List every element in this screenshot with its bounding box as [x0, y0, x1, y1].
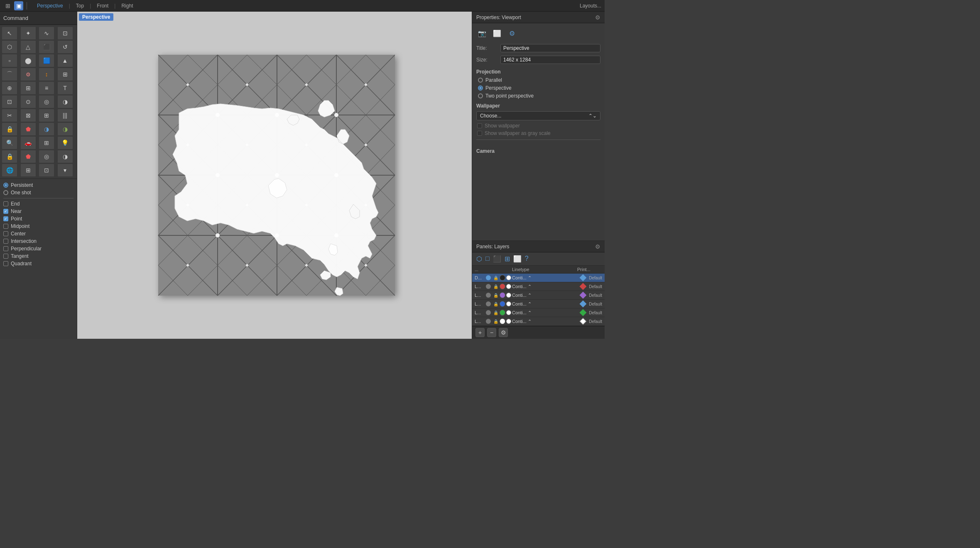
color-swatch-1[interactable]	[500, 284, 505, 289]
nurbs-tool[interactable]: △	[20, 40, 36, 54]
layer-row-2[interactable]: L... 🔒 Conti... ⌃ Default	[472, 291, 605, 300]
curve-analysis-tool[interactable]: ◎	[39, 95, 54, 108]
panels-gear-icon[interactable]: ⚙	[595, 243, 600, 250]
tab-right[interactable]: Right	[116, 2, 138, 10]
layer-row-3[interactable]: L... 🔒 Conti... ⌃ Default	[472, 300, 605, 308]
grid-tool[interactable]: ⊞	[20, 81, 36, 95]
cylinder-tool[interactable]: 🟦	[39, 54, 54, 67]
end-checkbox[interactable]	[3, 201, 8, 206]
objects-icon[interactable]: ⬛	[493, 255, 501, 263]
sphere-tool[interactable]: ⬤	[20, 54, 36, 67]
near-checkbox[interactable]	[3, 209, 8, 214]
display-icon[interactable]: ⬜	[513, 255, 522, 263]
color-swatch-5[interactable]	[500, 318, 505, 324]
lock-tool[interactable]: 🔒	[2, 122, 17, 136]
layer-row-5[interactable]: L... 🔒 Conti... ⌃ Default	[472, 317, 605, 326]
named-views-tool[interactable]: ⊡	[39, 164, 54, 177]
color-swatch-4[interactable]	[500, 310, 505, 316]
camera-props-icon[interactable]: 📷	[476, 27, 488, 39]
quadrant-checkbox[interactable]	[3, 261, 8, 266]
history-tool[interactable]: ⊞	[57, 68, 73, 81]
two-point-radio[interactable]	[478, 93, 483, 98]
layouts-button[interactable]: Layouts...	[580, 3, 601, 9]
display-props-icon[interactable]: ⬜	[491, 27, 503, 39]
material-tool[interactable]: ⬟	[20, 122, 36, 136]
title-value: Perspective	[500, 44, 600, 52]
layer-row-0[interactable]: D... 🔒 Conti... ⌃ Default	[472, 274, 605, 282]
select-tool[interactable]: ↖	[2, 27, 17, 40]
render2-tool[interactable]: ◑	[57, 95, 73, 108]
viewport[interactable]: Perspective	[77, 12, 472, 339]
color-swatch-3[interactable]	[500, 301, 505, 307]
tangent-checkbox[interactable]	[3, 254, 8, 259]
settings-gear-icon[interactable]: ⚙	[595, 14, 600, 21]
tab-front[interactable]: Front	[92, 2, 113, 10]
persistent-radio[interactable]	[3, 183, 8, 188]
worksession-tool[interactable]: ⊞	[20, 164, 36, 177]
patch-tool[interactable]: ⊠	[20, 109, 36, 122]
color-swatch-2[interactable]	[500, 292, 505, 298]
surface-tool[interactable]: ⬟	[20, 150, 36, 163]
show-wallpaper-checkbox[interactable]	[477, 123, 482, 128]
add-layer-button[interactable]: +	[475, 328, 485, 337]
perspective-radio[interactable]	[478, 86, 483, 91]
curve-tool[interactable]: ∿	[39, 27, 54, 40]
one-shot-radio[interactable]	[3, 190, 8, 195]
box-tool[interactable]: ▫	[2, 54, 17, 67]
layer-row-4[interactable]: L... 🔒 Conti... ⌃ Default	[472, 308, 605, 317]
cage-tool[interactable]: |||	[57, 109, 73, 122]
transform-tool[interactable]: ⊡	[57, 27, 73, 40]
expand-tool[interactable]: ▾	[57, 164, 73, 177]
layer-settings-button[interactable]: ⚙	[499, 328, 508, 337]
layers-icon[interactable]: ⬡	[476, 255, 482, 263]
show-wallpaper-gray-checkbox[interactable]	[477, 131, 482, 136]
layer-row-1[interactable]: L... 🔒 Conti... ⌃ Default	[472, 282, 605, 291]
color-swatch-0[interactable]	[500, 275, 505, 281]
perpendicular-checkbox[interactable]	[3, 246, 8, 251]
white-dot-0	[506, 275, 511, 280]
render-props-icon[interactable]: ⚙	[506, 27, 518, 39]
zoom-tool[interactable]: 🔍	[2, 136, 17, 149]
shaded-tool[interactable]: ◑	[57, 150, 73, 163]
point-checkbox[interactable]	[3, 216, 8, 221]
revolve-tool[interactable]: ↺	[57, 40, 73, 54]
gumball-tool[interactable]: ↕	[39, 68, 54, 81]
environment-tool[interactable]: ◑	[39, 122, 54, 136]
dimension-tool[interactable]: ⊕	[2, 81, 17, 95]
size-label: Size:	[476, 57, 497, 63]
car-tool[interactable]: 🚗	[20, 136, 36, 149]
earth-tool[interactable]: 🌐	[2, 164, 17, 177]
tab-top[interactable]: Top	[71, 2, 89, 10]
hatch-tool[interactable]: ✂	[2, 109, 17, 122]
midpoint-checkbox[interactable]	[3, 224, 8, 229]
remove-layer-button[interactable]: −	[487, 328, 496, 337]
intersection-checkbox[interactable]	[3, 239, 8, 244]
named-views-icon[interactable]: ⊞	[505, 255, 510, 263]
snap-tool[interactable]: ⊡	[2, 95, 17, 108]
panels-title: Panels: Layers	[476, 244, 509, 250]
extrude-tool[interactable]: ⬛	[39, 40, 54, 54]
tab-perspective[interactable]: Perspective	[32, 2, 68, 10]
mesh-tool[interactable]: ⬡	[2, 40, 17, 54]
fillet-tool[interactable]: ⌒	[2, 68, 17, 81]
texture-tool[interactable]: ◑	[57, 122, 73, 136]
light-tool[interactable]: 💡	[57, 136, 73, 149]
cone-tool[interactable]: ▲	[57, 54, 73, 67]
layer-tool[interactable]: 🔒	[2, 150, 17, 163]
single-view-icon[interactable]: ▣	[14, 1, 23, 10]
grid2-tool[interactable]: ⊞	[39, 136, 54, 149]
wallpaper-choose-dropdown[interactable]: Choose... ⌃⌄	[476, 111, 600, 120]
array-tool[interactable]: ⊞	[39, 109, 54, 122]
render-tool[interactable]: T	[57, 81, 73, 95]
help-icon[interactable]: ?	[525, 255, 529, 263]
grid-view-icon[interactable]: ⊞	[3, 1, 12, 10]
osnap-tool[interactable]: ⊙	[20, 95, 36, 108]
analysis-tool[interactable]: ≡	[39, 81, 54, 95]
point-tool[interactable]: ✦	[20, 27, 36, 40]
boolean-tool[interactable]: ⚙	[20, 68, 36, 81]
tangent-label: Tangent	[11, 253, 29, 259]
wireframe-tool[interactable]: ◎	[39, 150, 54, 163]
properties-icon[interactable]: □	[485, 255, 490, 263]
center-checkbox[interactable]	[3, 231, 8, 236]
parallel-radio[interactable]	[478, 78, 483, 83]
